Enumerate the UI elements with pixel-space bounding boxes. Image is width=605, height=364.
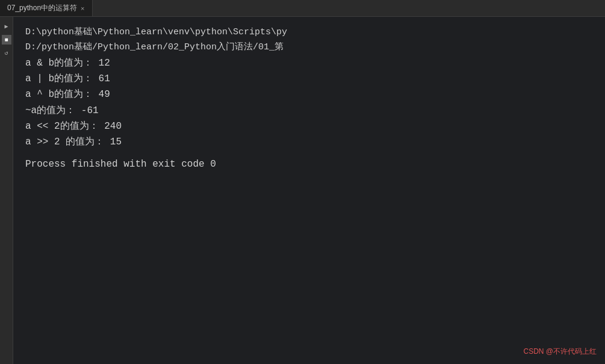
watermark: CSDN @不许代码上红 xyxy=(523,346,597,358)
terminal-line-8: a >> 2 的值为： 15 xyxy=(25,134,593,150)
sidebar-run-icon[interactable]: ▶ xyxy=(2,22,11,31)
terminal-line-7: a << 2的值为： 240 xyxy=(25,119,593,134)
tab-item[interactable]: 07_python中的运算符 × xyxy=(0,0,93,16)
sidebar-stop-icon[interactable]: ■ xyxy=(2,35,11,45)
left-sidebar: ▶ ■ ↺ xyxy=(0,17,13,364)
terminal-area: D:\python基础\Python_learn\venv\python\Scr… xyxy=(13,17,605,364)
terminal-line-3: a & b的值为： 12 xyxy=(25,55,593,71)
tab-label: 07_python中的运算符 xyxy=(7,3,77,13)
terminal-line-2: D:/python基础/Python_learn/02_Python入门语法/0… xyxy=(25,40,593,55)
terminal-line-4: a | b的值为： 61 xyxy=(25,71,593,87)
tab-close-button[interactable]: × xyxy=(81,5,84,12)
sidebar-rerun-icon[interactable]: ↺ xyxy=(2,48,11,58)
watermark-text: CSDN @不许代码上红 xyxy=(523,347,597,356)
terminal-line-5: a ^ b的值为： 49 xyxy=(25,87,593,102)
terminal-line-1: D:\python基础\Python_learn\venv\python\Scr… xyxy=(25,25,593,40)
terminal-line-10: Process finished with exit code 0 xyxy=(25,156,593,172)
tab-bar: 07_python中的运算符 × xyxy=(0,0,605,17)
terminal-line-6: ~a的值为： -61 xyxy=(25,103,593,119)
